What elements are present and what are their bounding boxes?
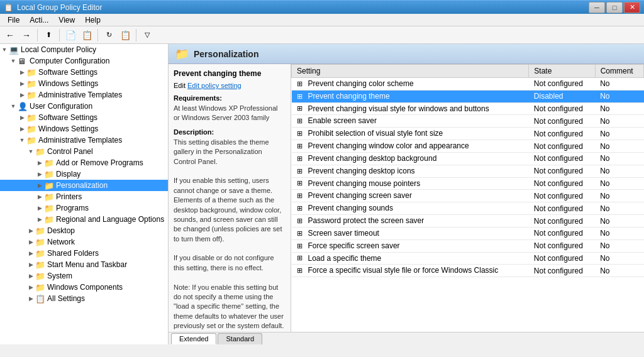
expander-software-settings-2[interactable]: ▶ bbox=[18, 113, 26, 122]
window-title: Local Group Policy Editor bbox=[17, 3, 102, 12]
table-row[interactable]: ⊞Load a specific themeNot configuredNo bbox=[292, 252, 644, 265]
tree-item-personalization[interactable]: ▶📁Personalization bbox=[0, 180, 168, 191]
view-button[interactable]: 📄 bbox=[63, 28, 78, 42]
tree-item-windows-settings-2[interactable]: ▶📁Windows Settings bbox=[0, 123, 168, 135]
table-row[interactable]: ⊞Prevent changing color schemeNot config… bbox=[292, 78, 644, 91]
expander-admin-templates-1[interactable]: ▶ bbox=[18, 91, 26, 99]
tree-item-regional-language[interactable]: ▶📁Regional and Language Options bbox=[0, 214, 168, 225]
expander-display[interactable]: ▶ bbox=[35, 170, 44, 178]
tree-item-windows-settings-1[interactable]: ▶📁Windows Settings bbox=[0, 78, 168, 89]
tree-item-windows-components[interactable]: ▶📁Windows Components bbox=[0, 282, 168, 293]
tree-item-desktop[interactable]: ▶📁Desktop bbox=[0, 225, 168, 236]
expander-printers[interactable]: ▶ bbox=[35, 192, 44, 201]
close-button[interactable]: ✕ bbox=[624, 2, 640, 13]
tree-item-programs[interactable]: ▶📁Programs bbox=[0, 202, 168, 214]
row-icon-8: ⊞ bbox=[297, 179, 306, 188]
tree-label-shared-folders: Shared Folders bbox=[47, 249, 99, 258]
panel-title: Personalization bbox=[194, 49, 258, 59]
tree-item-software-settings-2[interactable]: ▶📁Software Settings bbox=[0, 112, 168, 123]
tree-item-shared-folders[interactable]: ▶📁Shared Folders bbox=[0, 248, 168, 259]
maximize-button[interactable]: □ bbox=[606, 2, 623, 13]
cell-setting-5: ⊞Prevent changing window color and appea… bbox=[292, 140, 529, 153]
copy-button[interactable]: 📋 bbox=[79, 28, 94, 42]
tree-item-start-menu[interactable]: ▶📁Start Menu and Taskbar bbox=[0, 259, 168, 270]
cell-setting-9: ⊞Prevent changing screen saver bbox=[292, 190, 529, 202]
up-button[interactable]: ⬆ bbox=[41, 28, 56, 42]
table-row[interactable]: ⊞Screen saver timeoutNot configuredNo bbox=[292, 227, 644, 239]
table-row[interactable]: ⊞Prevent changing desktop backgroundNot … bbox=[292, 152, 644, 165]
tree-item-network[interactable]: ▶📁Network bbox=[0, 236, 168, 248]
expander-add-remove[interactable]: ▶ bbox=[35, 158, 44, 167]
menu-file[interactable]: File bbox=[3, 14, 25, 26]
folder-icon-shared-folders: 📁 bbox=[35, 249, 45, 258]
tree-item-system[interactable]: ▶📁System bbox=[0, 270, 168, 282]
tree-item-admin-templates-2[interactable]: ▼📁Administrative Templates bbox=[0, 135, 168, 146]
table-row[interactable]: ⊞Enable screen saverNot configuredNo bbox=[292, 115, 644, 128]
expander-start-menu[interactable]: ▶ bbox=[26, 260, 35, 269]
menu-view[interactable]: View bbox=[53, 14, 80, 26]
expander-local-computer-policy[interactable]: ▼ bbox=[0, 45, 9, 54]
table-row[interactable]: ⊞Prevent changing themeDisabledNo bbox=[292, 90, 644, 102]
tree-item-software-settings-1[interactable]: ▶📁Software Settings bbox=[0, 67, 168, 78]
tree-item-control-panel[interactable]: ▼📁Control Panel bbox=[0, 146, 168, 157]
table-row[interactable]: ⊞Prevent changing window color and appea… bbox=[292, 140, 644, 153]
tree-item-local-computer-policy[interactable]: ▼💻Local Computer Policy bbox=[0, 44, 168, 55]
tree-item-computer-configuration[interactable]: ▼🖥Computer Configuration bbox=[0, 55, 168, 67]
menu-help[interactable]: Help bbox=[80, 14, 106, 26]
table-row[interactable]: ⊞Prevent changing visual style for windo… bbox=[292, 102, 644, 115]
col-comment[interactable]: Comment bbox=[595, 65, 643, 78]
expander-regional-language[interactable]: ▶ bbox=[35, 215, 44, 224]
cell-state-6: Not configured bbox=[529, 152, 595, 165]
cell-comment-10: No bbox=[595, 202, 643, 215]
expander-system[interactable]: ▶ bbox=[26, 272, 35, 280]
expander-software-settings-1[interactable]: ▶ bbox=[18, 68, 26, 77]
export-button[interactable]: 📋 bbox=[118, 28, 133, 42]
expander-all-settings[interactable]: ▶ bbox=[26, 294, 35, 303]
back-button[interactable]: ← bbox=[3, 28, 18, 42]
expander-control-panel[interactable]: ▼ bbox=[26, 147, 35, 156]
expander-windows-settings-1[interactable]: ▶ bbox=[18, 79, 26, 88]
table-row[interactable]: ⊞Prohibit selection of visual style font… bbox=[292, 128, 644, 140]
tree-item-display[interactable]: ▶📁Display bbox=[0, 168, 168, 180]
expander-network[interactable]: ▶ bbox=[26, 238, 35, 246]
tree-item-all-settings[interactable]: ▶📋All Settings bbox=[0, 293, 168, 304]
table-row[interactable]: ⊞Prevent changing desktop iconsNot confi… bbox=[292, 165, 644, 177]
row-icon-3: ⊞ bbox=[297, 117, 306, 126]
tree-item-admin-templates-1[interactable]: ▶📁Administrative Templates bbox=[0, 89, 168, 101]
tree-item-printers[interactable]: ▶📁Printers bbox=[0, 191, 168, 202]
folder-icon-windows-settings-2: 📁 bbox=[26, 124, 36, 133]
table-row[interactable]: ⊞Password protect the screen saverNot co… bbox=[292, 215, 644, 228]
expander-desktop[interactable]: ▶ bbox=[26, 226, 35, 235]
col-setting[interactable]: Setting bbox=[292, 65, 529, 78]
table-row[interactable]: ⊞Force specific screen saverNot configur… bbox=[292, 239, 644, 252]
table-row[interactable]: ⊞Prevent changing mouse pointersNot conf… bbox=[292, 177, 644, 190]
menu-action[interactable]: Acti... bbox=[25, 14, 53, 26]
forward-button[interactable]: → bbox=[19, 28, 34, 42]
expander-shared-folders[interactable]: ▶ bbox=[26, 249, 35, 258]
app-icon: 📋 bbox=[4, 3, 13, 12]
expander-personalization[interactable]: ▶ bbox=[35, 181, 44, 190]
minimize-button[interactable]: ─ bbox=[589, 2, 605, 13]
expander-programs[interactable]: ▶ bbox=[35, 204, 44, 212]
table-row[interactable]: ⊞Prevent changing screen saverNot config… bbox=[292, 190, 644, 202]
edit-policy-link[interactable]: Edit policy setting bbox=[187, 82, 242, 89]
description-title: Description: bbox=[174, 128, 286, 136]
expander-admin-templates-2[interactable]: ▼ bbox=[18, 136, 26, 145]
filter-button[interactable]: ▽ bbox=[140, 28, 155, 42]
table-row[interactable]: ⊞Prevent changing soundsNot configuredNo bbox=[292, 202, 644, 215]
tab-extended[interactable]: Extended bbox=[171, 333, 216, 344]
tree-item-add-remove[interactable]: ▶📁Add or Remove Programs bbox=[0, 157, 168, 168]
cell-comment-4: No bbox=[595, 128, 643, 140]
cell-setting-12: ⊞Screen saver timeout bbox=[292, 227, 529, 239]
tree-item-user-configuration[interactable]: ▼👤User Configuration bbox=[0, 101, 168, 112]
expander-windows-components[interactable]: ▶ bbox=[26, 283, 35, 292]
folder-icon-programs: 📁 bbox=[44, 204, 54, 212]
expander-computer-configuration[interactable]: ▼ bbox=[9, 57, 18, 65]
tab-standard[interactable]: Standard bbox=[218, 333, 262, 344]
expander-user-configuration[interactable]: ▼ bbox=[9, 102, 18, 111]
col-state[interactable]: State bbox=[529, 65, 595, 78]
cell-state-14: Not configured bbox=[529, 252, 595, 265]
expander-windows-settings-2[interactable]: ▶ bbox=[18, 124, 26, 133]
refresh-button[interactable]: ↻ bbox=[101, 28, 116, 42]
table-row[interactable]: ⊞Force a specific visual style file or f… bbox=[292, 265, 644, 277]
